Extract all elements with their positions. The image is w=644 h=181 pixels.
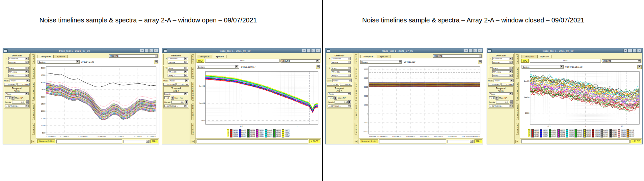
dropdown-arrow-icon[interactable] [25, 92, 28, 95]
y-channel-select[interactable]: A anc [168, 67, 188, 70]
dropdown-arrow-icon[interactable] [510, 79, 513, 82]
side-tab-fits[interactable]: FITS [355, 123, 357, 135]
axis-mode-select[interactable]: Ajuste [164, 92, 188, 95]
custom-select[interactable]: Custom [197, 65, 239, 69]
minimize-button[interactable]: _ [469, 49, 473, 53]
close-button[interactable]: × [478, 49, 482, 53]
new-file-button[interactable]: Nouveau fichier [360, 139, 378, 143]
dropdown-arrow-icon[interactable] [184, 67, 187, 70]
options-select[interactable]: -- OPTIONS -- [328, 105, 351, 107]
tab-temporal[interactable]: Temporal [522, 55, 537, 58]
legend-all-button[interactable]: TOUS [227, 129, 229, 137]
status-input[interactable] [379, 139, 446, 143]
dropdown-arrow-icon[interactable] [470, 140, 473, 143]
dropdown-arrow-icon[interactable] [479, 55, 482, 58]
side-tab-effa[interactable]: EFFA [516, 67, 519, 79]
dropdown-arrow-icon[interactable] [155, 55, 158, 58]
tab-temporal[interactable]: Temporal [360, 55, 376, 58]
options-select[interactable]: -- OPTIONS -- [5, 105, 29, 107]
legend-swatch[interactable] [592, 135, 594, 137]
mode-select[interactable]: Totale [169, 79, 189, 82]
x-channel-select[interactable]: Communs [168, 57, 188, 60]
dropdown-arrow-icon[interactable] [25, 105, 28, 107]
side-tab-legende[interactable]: LEGENDE [355, 82, 357, 101]
status-input[interactable] [197, 139, 308, 143]
side-tab-sav[interactable]: SAV [32, 54, 35, 64]
legend-swatch[interactable] [627, 135, 629, 137]
freq-high-field[interactable]: 50.0 Hz [340, 83, 352, 86]
status-select[interactable] [123, 140, 149, 143]
legend-swatch[interactable] [230, 135, 232, 137]
legend-swatch[interactable] [247, 135, 250, 137]
pin-button[interactable]: + [140, 49, 144, 53]
plot-canvas[interactable]: 0.111e+051e+041000 [196, 70, 321, 128]
decale-field[interactable]: 0.0 [496, 101, 509, 104]
dropdown-arrow-icon[interactable] [509, 57, 512, 60]
plot-canvas[interactable]: 3.046e+053.048e+053.051e+053.053e+053.05… [359, 65, 483, 138]
dropdown-arrow-icon[interactable] [76, 60, 79, 63]
decale-stepper[interactable] [510, 100, 513, 104]
pin-button[interactable]: + [623, 49, 628, 53]
dropdown-arrow-icon[interactable] [235, 65, 238, 68]
freq-high-field[interactable]: 50.0 Hz [501, 83, 514, 86]
close-button[interactable]: × [154, 49, 158, 53]
dropdown-arrow-icon[interactable] [184, 74, 187, 77]
legend-swatch[interactable] [566, 135, 568, 137]
legend-all-button[interactable]: TOUS [528, 129, 530, 137]
y-channel-select[interactable]: A anc [492, 67, 513, 70]
custom-select[interactable]: Custom [360, 60, 402, 64]
freq-low-field[interactable]: -1.00 Hz [488, 83, 500, 86]
axis-mode-select[interactable]: Ajuste [489, 92, 513, 95]
maj-button[interactable]: MAJ [150, 139, 158, 143]
plot-button[interactable]: + PLOT [631, 139, 641, 143]
axis-mode-select[interactable]: Ajuste [328, 92, 351, 95]
y-channel-select[interactable]: A anc [8, 67, 29, 70]
scroll-button[interactable] [637, 65, 642, 69]
side-tab-detect[interactable]: DETECT [32, 104, 35, 120]
decale-stepper[interactable] [26, 100, 29, 104]
y-array-select[interactable]: array 2 [8, 74, 29, 77]
dropdown-arrow-icon[interactable] [184, 57, 187, 60]
mesure-select[interactable]: MESURE [281, 59, 320, 63]
freq-high-field[interactable]: 50.0 Hz [176, 83, 189, 86]
dropdown-arrow-icon[interactable] [348, 105, 351, 107]
y-signal-select[interactable]: RF_eddy [168, 70, 188, 73]
close-button[interactable]: × [637, 49, 641, 53]
maj-button[interactable]: MAJ [197, 59, 204, 63]
x-sample-select[interactable]: sample [492, 61, 513, 64]
dropdown-arrow-icon[interactable] [25, 61, 28, 64]
window-titlebar[interactable]: trace_tool 1 - 2021_07_09 + _ □ × [3, 48, 159, 53]
zoom-factor-field[interactable]: x 1 [164, 96, 170, 99]
dropdown-arrow-icon[interactable] [509, 105, 512, 107]
custom-select[interactable]: Custom [522, 65, 564, 69]
maj-button[interactable]: MAJ [521, 59, 529, 63]
maximize-button[interactable]: □ [632, 49, 637, 53]
mode-select[interactable]: Totale [494, 79, 514, 82]
freq-low-field[interactable]: -1.00 Hz [4, 83, 16, 86]
x-channel-select[interactable]: Communs [492, 57, 513, 60]
mode-select[interactable]: Totale [332, 79, 352, 82]
side-tab-fits[interactable]: FITS [191, 123, 194, 135]
mesure-select[interactable]: MESURE [109, 54, 158, 58]
side-tab-detect[interactable]: DETECT [516, 104, 519, 120]
freq-low-field[interactable]: -1.00 Hz [327, 83, 339, 86]
legend-swatch[interactable] [282, 135, 284, 137]
strip-more-button[interactable]: ⇥ [354, 140, 358, 143]
side-tab-legende[interactable]: LEGENDE [191, 82, 194, 101]
dropdown-arrow-icon[interactable] [146, 140, 149, 143]
dropdown-arrow-icon[interactable] [638, 65, 641, 68]
zoom-stepper[interactable] [12, 96, 14, 100]
dropdown-arrow-icon[interactable] [317, 65, 320, 68]
window-titlebar[interactable]: trace_tool 1 - 2021_07_09 + _ □ × [326, 48, 483, 53]
side-tab-detect[interactable]: DETECT [355, 104, 357, 120]
y-array-select[interactable]: array 2 [492, 74, 513, 77]
strip-more-button[interactable]: ⇥ [191, 140, 195, 143]
options-select[interactable]: -- OPTIONS -- [164, 105, 188, 107]
side-tab-fits[interactable]: FITS [32, 123, 35, 135]
pin-button[interactable]: + [302, 49, 306, 53]
scroll-button[interactable] [316, 65, 320, 69]
pin-button[interactable]: + [464, 49, 468, 53]
side-tab-effa[interactable]: EFFA [191, 67, 194, 79]
dropdown-arrow-icon[interactable] [348, 61, 351, 64]
dropdown-arrow-icon[interactable] [348, 57, 351, 60]
